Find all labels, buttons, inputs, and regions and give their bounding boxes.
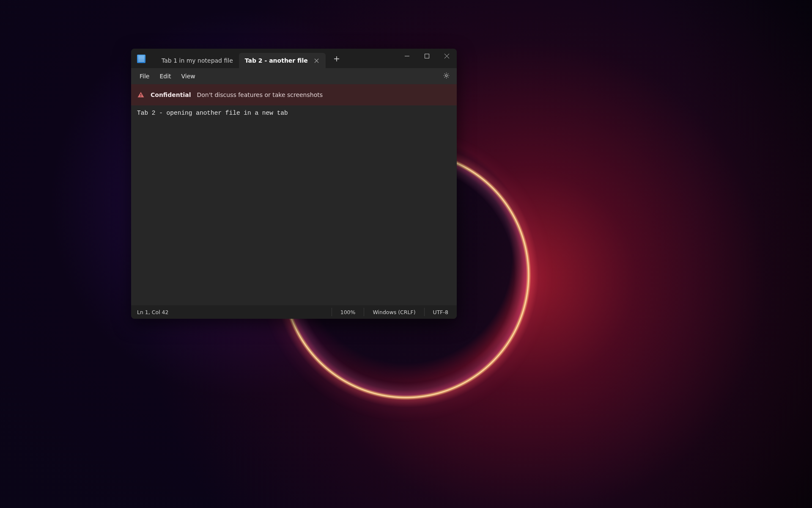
text-editor[interactable]: Tab 2 - opening another file in a new ta… (131, 105, 457, 305)
notepad-window: Tab 1 in my notepad file Tab 2 - another… (131, 49, 457, 319)
svg-rect-0 (425, 54, 429, 58)
line-ending[interactable]: Windows (CRLF) (364, 308, 424, 316)
maximize-button[interactable] (417, 49, 437, 63)
banner-title: Confidential (151, 91, 191, 98)
close-window-button[interactable] (437, 49, 457, 63)
tab-2-label: Tab 2 - another file (245, 57, 308, 64)
svg-rect-2 (140, 94, 141, 96)
cursor-position[interactable]: Ln 1, Col 42 (131, 308, 177, 316)
tab-1-label: Tab 1 in my notepad file (162, 57, 233, 64)
status-bar: Ln 1, Col 42 100% Windows (CRLF) UTF-8 (131, 305, 457, 319)
tab-2[interactable]: Tab 2 - another file (239, 53, 326, 68)
svg-point-1 (445, 75, 447, 77)
menu-view[interactable]: View (176, 70, 200, 82)
settings-button[interactable] (439, 70, 453, 83)
banner-message: Don't discuss features or take screensho… (197, 91, 323, 98)
menu-edit[interactable]: Edit (154, 70, 176, 82)
svg-rect-3 (140, 96, 141, 97)
tab-strip: Tab 1 in my notepad file Tab 2 - another… (150, 49, 326, 68)
warning-icon (137, 91, 145, 99)
notepad-app-icon (137, 55, 145, 63)
encoding[interactable]: UTF-8 (424, 308, 457, 316)
close-tab-icon[interactable] (314, 58, 320, 64)
menu-bar: File Edit View (131, 68, 457, 84)
titlebar[interactable]: Tab 1 in my notepad file Tab 2 - another… (131, 49, 457, 68)
menu-file[interactable]: File (134, 70, 154, 82)
confidential-banner: Confidential Don't discuss features or t… (131, 84, 457, 105)
minimize-button[interactable] (397, 49, 417, 63)
zoom-level[interactable]: 100% (332, 308, 364, 316)
gear-icon (443, 72, 450, 80)
window-controls (397, 49, 457, 68)
tab-1[interactable]: Tab 1 in my notepad file (156, 53, 239, 68)
new-tab-button[interactable] (329, 51, 344, 66)
